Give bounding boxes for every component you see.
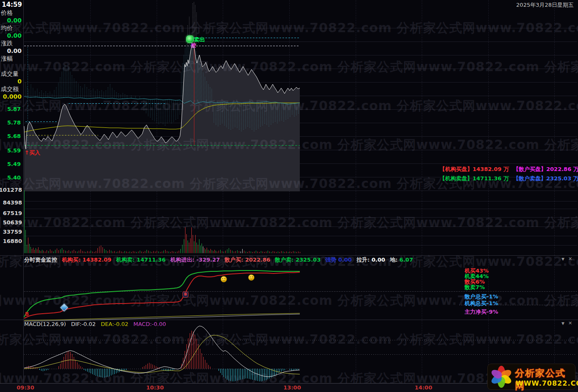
quote-field-label: 涨幅 — [1, 55, 13, 63]
macd-macd-value: MACD:-0.00 — [133, 321, 166, 327]
monitor-stat-value: 2325.03 — [296, 257, 321, 263]
quote-field-label: 成交额 — [1, 86, 19, 93]
time-axis-label: 10:30 — [146, 384, 163, 391]
smiley-face-icon — [248, 274, 254, 281]
monitor-stat-value: 0.00 — [338, 257, 352, 263]
quote-field-value: 0 — [17, 78, 22, 85]
price-scale-label: 5.59 — [7, 147, 21, 154]
trading-app-window: 分析家公式网www.70822.com 分析家公式网www.70822.com … — [0, 0, 578, 392]
sell-signal-sublabel: 控 — [191, 42, 196, 49]
monitor-stat-value: 14382.09 — [83, 257, 111, 263]
price-scale-label: 5.78 — [7, 119, 21, 126]
monitor-stat-value: -329.27 — [196, 257, 220, 263]
smiley-face-icon — [221, 276, 227, 282]
site-logo[interactable]: 分析家公式网 WWW.70822.COM — [487, 364, 575, 390]
monitor-stat: 拉升: 0.00 — [357, 256, 385, 264]
quote-field-label: 均价 — [1, 25, 13, 32]
macd-pane-controls: ▼ ✕ — [561, 320, 572, 326]
buy-signal-badge: B — [183, 291, 188, 298]
volume-scale-label: 16880 — [3, 238, 22, 244]
fund-monitor-header: 分时资金监控 机构买: 14382.09机构卖: 14711.36机构进出: -… — [24, 257, 413, 263]
monitor-stat: 机构进出: -329.27 — [170, 256, 220, 264]
price-scale-label: 5.40 — [7, 174, 21, 181]
quote-sidebar: 14:59 价格0.00均价0.00涨跌0.00涨幅成交量0成交额0.0005.… — [0, 0, 23, 255]
monitor-stat-value: 2022.86 — [245, 257, 270, 263]
quote-field-label: 涨跌 — [1, 40, 13, 47]
monitor-stat: 地: 6.07 — [390, 256, 413, 264]
time-axis-label: 09:30 — [17, 384, 34, 391]
collapse-pane-icon[interactable]: ▼ — [561, 257, 564, 261]
quote-field-value: 0.00 — [7, 17, 22, 24]
quote-field-label: 价格 — [1, 9, 13, 17]
monitor-stat: 散户买: 2022.86 — [224, 256, 270, 264]
monitor-stat: 机构卖: 14711.36 — [116, 256, 166, 264]
monitor-stat: 强势 0.00 — [325, 256, 352, 264]
price-scale-label: 5.49 — [7, 161, 21, 167]
fund-percent-item: 主力净买-9% — [465, 308, 498, 316]
fund-flow-label: 【机构买盘】14382.09 万 — [440, 166, 509, 173]
monitor-stat-value: 0.00 — [372, 257, 385, 263]
buy-signal-label: ↑买入 — [25, 149, 40, 157]
macd-dif-value: DIF:-0.02 — [71, 321, 96, 327]
monitor-stat-value: 6.07 — [399, 257, 413, 263]
fund-flow-label: 【散户卖盘】2325.03 万 — [513, 175, 578, 182]
fund-flow-label: 【散户买盘】2022.86 万 — [513, 166, 578, 173]
gem-icon — [60, 304, 68, 311]
buy-signal-letter: B — [25, 311, 29, 317]
current-time: 14:59 — [2, 1, 22, 8]
price-scale-label: 5.87 — [7, 106, 21, 112]
up-arrow-icon: ↑ — [25, 149, 29, 156]
quote-field-value: 0.00 — [7, 32, 22, 39]
volume-scale-label: 67519 — [3, 210, 22, 216]
macd-dea-value: DEA:-0.02 — [101, 321, 128, 327]
quote-field-value: 0.00 — [7, 47, 22, 54]
fund-flow-label: 【机构卖盘】14711.36 万 — [440, 175, 509, 182]
monitor-stat: 机构买: 14382.09 — [62, 256, 111, 264]
quote-field-label: 成交量 — [1, 70, 19, 78]
volume-scale-label: 101278 — [0, 187, 22, 193]
buy-signal-text: 买入 — [29, 149, 40, 156]
flower-logo-icon — [490, 365, 514, 389]
collapse-pane-icon[interactable]: ▼ — [561, 321, 564, 326]
time-axis-label: 13:00 — [283, 384, 301, 391]
monitor-stat: 散户卖: 2325.03 — [275, 256, 321, 264]
close-pane-icon[interactable]: ✕ — [568, 320, 572, 326]
date-label: 2025年3月28日星期五 — [516, 1, 574, 9]
macd-title: MACD(12,26,9) — [24, 321, 66, 327]
fund-percent-item: 机构总买-1% — [465, 300, 498, 307]
fund-monitor-title: 分时资金监控 — [24, 256, 57, 264]
price-scale-label: 5.68 — [7, 133, 21, 139]
quote-field-value: 0.000 — [3, 93, 22, 100]
volume-scale-label: 84398 — [3, 199, 22, 206]
volume-scale-label: 50639 — [3, 219, 22, 226]
logo-url: WWW.70822.COM — [516, 379, 578, 387]
volume-scale-label: 33759 — [3, 229, 22, 235]
close-pane-icon[interactable]: ✕ — [568, 256, 572, 262]
monitor-stat-value: 14711.36 — [137, 257, 166, 263]
fund-percent-item: 散卖7% — [465, 284, 485, 291]
macd-header: MACD(12,26,9) DIF:-0.02 DEA:-0.02 MACD:-… — [24, 320, 166, 327]
fund-pane-controls: ▼ ✕ — [561, 256, 572, 262]
time-axis-label: 14:00 — [415, 384, 432, 391]
